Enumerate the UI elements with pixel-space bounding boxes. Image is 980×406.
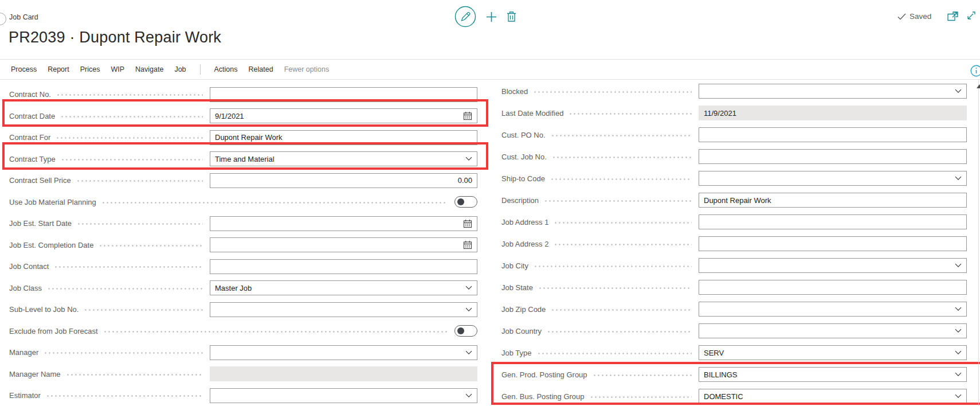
field-row-cust-po-no: Cust. PO No. — [501, 124, 967, 146]
contract-type-field[interactable]: Time and Material — [210, 151, 477, 166]
field-row-job-address-2: Job Address 2 — [501, 233, 967, 255]
dotted-leader — [551, 309, 692, 311]
page-caption: Job Card — [9, 13, 38, 21]
field-label: Manager — [9, 348, 38, 357]
field-row-manager: Manager — [9, 342, 477, 364]
dotted-leader — [103, 331, 448, 333]
estimator-field[interactable] — [210, 388, 477, 403]
cust-job-no-field[interactable] — [699, 149, 967, 164]
field-row-ship-to-code: Ship-to Code — [501, 167, 967, 189]
field-label: Job Est. Start Date — [9, 219, 72, 228]
toggle-exclude-from-job-forecast[interactable] — [454, 325, 477, 337]
chevron-down-icon — [955, 350, 962, 355]
job-city-field[interactable] — [699, 258, 967, 273]
dotted-leader — [56, 94, 203, 96]
menu-item-prices[interactable]: Prices — [80, 65, 100, 73]
field-row-job-type: Job TypeSERV — [501, 342, 967, 364]
gen-prod-posting-group-field[interactable]: BILLINGS — [699, 367, 967, 382]
contract-no-field[interactable] — [210, 87, 477, 102]
field-row-gen-prod-posting-group: Gen. Prod. Posting GroupBILLINGS — [501, 364, 967, 385]
manager-field[interactable] — [210, 345, 477, 360]
menu-item-report[interactable]: Report — [48, 65, 69, 73]
record-action-bar — [454, 6, 516, 28]
field-label: Contract No. — [9, 90, 51, 99]
dotted-leader — [54, 266, 203, 268]
dotted-leader — [61, 159, 203, 161]
last-date-modified-field: 11/9/2021 — [699, 106, 967, 120]
calendar-icon — [463, 240, 472, 249]
sub-level-to-job-no-field[interactable] — [210, 302, 477, 317]
field-row-description: DescriptionDupont Repair Work — [501, 189, 967, 211]
chevron-down-icon — [955, 394, 962, 399]
menu-item-fewer-options[interactable]: Fewer options — [284, 65, 330, 73]
job-class-field[interactable]: Master Job — [210, 280, 477, 295]
edit-pencil-icon[interactable] — [454, 6, 476, 28]
menu-item-related[interactable]: Related — [249, 65, 273, 73]
dotted-leader — [554, 244, 692, 245]
info-icon[interactable] — [970, 65, 980, 77]
description-field[interactable]: Dupont Repair Work — [699, 193, 967, 208]
dotted-leader — [537, 353, 692, 354]
chevron-down-icon — [465, 286, 472, 290]
field-value: 0.00 — [215, 176, 472, 185]
field-value: 11/9/2021 — [704, 109, 962, 118]
job-address-2-field[interactable] — [699, 236, 967, 251]
job-state-field[interactable] — [699, 280, 967, 295]
scrollbar-track[interactable] — [978, 80, 979, 406]
toggle-use-job-material-planning[interactable] — [454, 196, 477, 208]
toggle-knob — [457, 198, 464, 205]
job-contact-field[interactable] — [210, 259, 477, 274]
scrollbar-arrow-partial[interactable] — [977, 84, 980, 88]
chevron-down-icon — [465, 307, 472, 312]
menu-group-divider — [200, 64, 201, 75]
contract-sell-price-field[interactable]: 0.00 — [210, 173, 477, 188]
job-type-field[interactable]: SERV — [699, 345, 967, 360]
open-in-new-window-icon[interactable] — [947, 11, 958, 21]
field-row-cust-job-no: Cust. Job No. — [501, 146, 967, 167]
menu-item-actions[interactable]: Actions — [214, 65, 238, 73]
blocked-field[interactable] — [699, 84, 967, 99]
job-zip-code-field[interactable] — [699, 302, 967, 317]
dotted-leader — [60, 116, 203, 118]
save-status: Saved — [897, 12, 931, 21]
field-row-job-est-start-date: Job Est. Start Date — [9, 213, 477, 235]
menu-item-job[interactable]: Job — [174, 65, 186, 73]
dotted-leader — [569, 113, 692, 115]
ship-to-code-field[interactable] — [699, 171, 967, 186]
back-button-partial[interactable] — [0, 13, 6, 25]
field-row-gen-bus-posting-group: Gen. Bus. Posting GroupDOMESTIC — [501, 385, 967, 406]
contract-date-field[interactable]: 9/1/2021 — [210, 108, 477, 123]
gen-bus-posting-group-field[interactable]: DOMESTIC — [699, 389, 967, 404]
job-country-field[interactable] — [699, 323, 967, 338]
chevron-down-icon — [955, 263, 962, 268]
dotted-leader — [76, 180, 203, 182]
job-est-start-date-field[interactable] — [210, 216, 477, 231]
calendar-icon — [463, 219, 472, 228]
field-row-job-state: Job State — [501, 276, 967, 298]
menu-item-process[interactable]: Process — [11, 65, 37, 73]
field-row-job-est-completion-date: Job Est. Completion Date — [9, 235, 477, 256]
dotted-leader — [56, 137, 203, 139]
field-row-last-date-modified: Last Date Modified11/9/2021 — [501, 102, 967, 124]
delete-trash-icon[interactable] — [507, 11, 516, 22]
menu-separator — [0, 79, 980, 80]
job-address-1-field[interactable] — [699, 214, 967, 229]
menu-item-wip[interactable]: WIP — [111, 65, 124, 73]
field-label: Sub-Level to Job No. — [9, 305, 79, 314]
chevron-down-icon — [955, 89, 962, 93]
menu-item-navigate[interactable]: Navigate — [135, 65, 163, 73]
field-row-sub-level-to-job-no: Sub-Level to Job No. — [9, 299, 477, 321]
collapse-window-icon[interactable] — [966, 11, 975, 21]
field-label: Manager Name — [9, 370, 61, 378]
calendar-icon — [463, 111, 472, 120]
dotted-leader — [66, 374, 203, 376]
contract-for-field[interactable]: Dupont Repair Work — [210, 130, 477, 145]
field-label: Job Zip Code — [501, 305, 546, 314]
job-est-completion-date-field[interactable] — [210, 237, 477, 252]
field-value: DOMESTIC — [704, 392, 955, 401]
field-column-right: BlockedLast Date Modified11/9/2021Cust. … — [501, 80, 967, 406]
field-label: Cust. Job No. — [501, 153, 547, 161]
add-plus-icon[interactable] — [486, 11, 497, 22]
cust-po-no-field[interactable] — [699, 127, 967, 142]
dotted-leader — [84, 309, 203, 311]
